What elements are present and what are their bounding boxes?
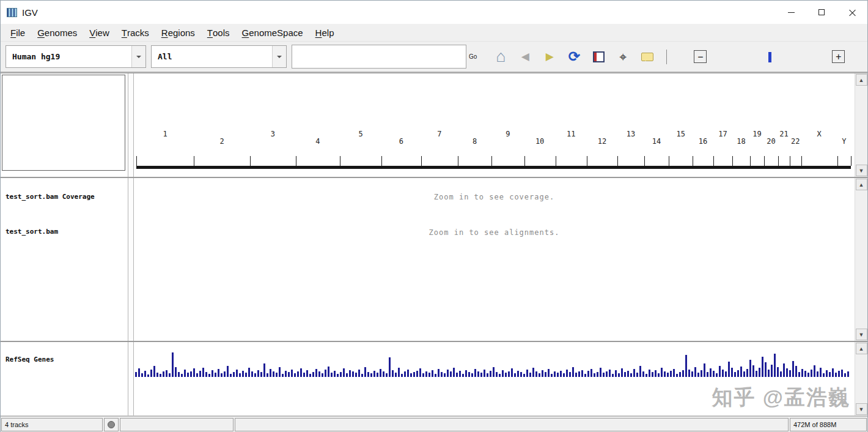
histogram-bar (169, 373, 171, 377)
vertical-scrollbar[interactable] (855, 342, 867, 415)
attribute-panel-box (2, 75, 125, 171)
go-button[interactable]: Go (469, 53, 477, 60)
chevron-down-icon[interactable] (131, 46, 145, 67)
minimize-button[interactable] (776, 1, 806, 24)
chromosome-label-12[interactable]: 12 (598, 137, 606, 146)
chromosome-label-y[interactable]: Y (842, 137, 846, 146)
histogram-bar (291, 370, 293, 377)
window-title: IGV (22, 7, 38, 18)
menu-item-file[interactable]: File (4, 24, 31, 41)
chromosome-boundary-tick (556, 156, 556, 166)
refseq-track-panel: RefSeq Genes (1, 342, 867, 415)
refresh-icon[interactable]: ⟳ (565, 47, 583, 67)
chromosome-label-9[interactable]: 9 (506, 130, 510, 138)
chromosome-label-20[interactable]: 20 (767, 137, 775, 146)
histogram-bar (820, 368, 822, 377)
menu-item-tracks[interactable]: Tracks (116, 24, 155, 41)
chromosome-select[interactable]: All (151, 45, 287, 68)
scroll-down-button[interactable] (856, 403, 867, 415)
menu-item-genomes[interactable]: Genomes (31, 24, 83, 41)
scroll-down-button[interactable] (856, 329, 867, 340)
histogram-bar (377, 373, 378, 377)
toolbar-divider (666, 50, 667, 64)
scroll-up-button[interactable] (856, 343, 867, 354)
chromosome-label-1[interactable]: 1 (163, 130, 167, 138)
histogram-bar (153, 366, 155, 377)
vertical-scrollbar[interactable] (855, 73, 867, 177)
refseq-track-label[interactable]: RefSeq Genes (6, 356, 54, 363)
tooltip-bubble-icon[interactable] (638, 47, 657, 67)
zoom-out-button[interactable]: − (694, 50, 707, 63)
close-icon (849, 9, 856, 16)
ruler-area[interactable]: 12345678910111213141516171819202122XY (134, 73, 855, 177)
chromosome-label-8[interactable]: 8 (473, 137, 477, 146)
chromosome-boundary-tick (790, 156, 790, 166)
forward-arrow-icon[interactable]: ▶ (540, 47, 559, 67)
chromosome-boundary-tick (801, 156, 802, 166)
scroll-down-button[interactable] (856, 165, 867, 176)
menu-item-tools[interactable]: Tools (201, 24, 236, 41)
chromosome-label-16[interactable]: 16 (699, 137, 707, 146)
scroll-up-button[interactable] (856, 179, 867, 190)
menu-item-help[interactable]: Help (309, 24, 340, 41)
histogram-bar (701, 370, 702, 377)
snapshot-region-icon[interactable] (589, 47, 608, 67)
chromosome-label-13[interactable]: 13 (627, 130, 635, 138)
histogram-bar (633, 369, 635, 377)
chromosome-label-7[interactable]: 7 (437, 130, 441, 138)
chromosome-label-5[interactable]: 5 (358, 130, 362, 138)
zoom-slider[interactable] (707, 47, 832, 67)
histogram-bar (325, 370, 326, 377)
fit-to-window-icon[interactable]: ⌖ (614, 47, 632, 67)
histogram-bar (211, 370, 213, 377)
ruler-name-column (1, 73, 128, 177)
back-arrow-icon[interactable]: ◀ (516, 47, 534, 67)
scroll-up-button[interactable] (856, 74, 867, 86)
chromosome-label-22[interactable]: 22 (791, 137, 800, 146)
tracks-count: 4 tracks (1, 418, 103, 431)
histogram-bar (398, 368, 400, 377)
genome-select[interactable]: Human hg19 (6, 45, 146, 68)
zoom-controls: − + (694, 47, 845, 67)
coverage-track-label[interactable]: test_sort.bam Coverage (6, 193, 95, 201)
home-icon[interactable]: ⌂ (491, 47, 510, 67)
menu-item-regions[interactable]: Regions (155, 24, 201, 41)
histogram-bar (407, 370, 409, 377)
chromosome-label-2[interactable]: 2 (219, 137, 224, 146)
chromosome-label-18[interactable]: 18 (737, 137, 745, 146)
alignment-track-label[interactable]: test_sort.bam (6, 228, 58, 236)
menu-item-genomespace[interactable]: GenomeSpace (236, 24, 309, 41)
zoom-in-button[interactable]: + (832, 50, 845, 63)
chromosome-label-3[interactable]: 3 (271, 130, 275, 138)
histogram-bar (138, 368, 140, 377)
chromosome-label-11[interactable]: 11 (567, 130, 575, 138)
chromosome-label-17[interactable]: 17 (718, 130, 727, 138)
chromosome-label-15[interactable]: 15 (676, 130, 685, 138)
panel-splitter[interactable] (128, 178, 134, 341)
panel-splitter[interactable] (128, 342, 134, 415)
histogram-bar (557, 373, 559, 377)
vertical-scrollbar[interactable] (855, 178, 867, 341)
chromosome-label-6[interactable]: 6 (399, 137, 403, 146)
histogram-bar (511, 368, 513, 377)
chromosome-label-x[interactable]: X (817, 130, 822, 138)
chromosome-label-19[interactable]: 19 (752, 130, 761, 138)
locus-input[interactable] (292, 45, 466, 69)
chevron-down-icon[interactable] (272, 46, 286, 67)
chromosome-label-10[interactable]: 10 (535, 137, 544, 146)
chromosome-label-21[interactable]: 21 (779, 130, 788, 138)
panel-splitter[interactable] (128, 73, 134, 177)
chromosome-label-14[interactable]: 14 (652, 137, 661, 146)
maximize-button[interactable] (806, 1, 837, 24)
histogram-bar (300, 368, 302, 377)
histogram-bar (447, 370, 449, 377)
igv-window: IGV FileGenomesViewTracksRegionsToolsGen… (0, 0, 868, 432)
histogram-bar (774, 354, 776, 377)
menu-item-view[interactable]: View (83, 24, 116, 41)
histogram-bar (413, 372, 415, 377)
chromosome-boundary-tick (764, 156, 765, 166)
histogram-bar (227, 366, 229, 377)
chromosome-label-4[interactable]: 4 (315, 137, 320, 146)
close-button[interactable] (837, 1, 867, 24)
zoom-slider-handle[interactable] (768, 52, 771, 62)
